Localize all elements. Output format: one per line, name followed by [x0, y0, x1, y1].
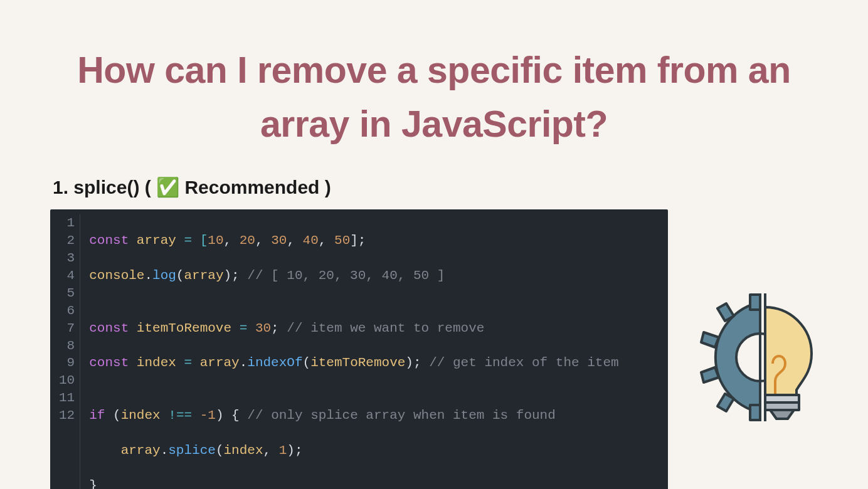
code-line: array.splice(index, 1); — [89, 442, 618, 460]
section-heading: 1. splice() ( ✅ Recommended ) — [50, 176, 818, 198]
code-content: const array = [10, 20, 30, 40, 50]; cons… — [80, 214, 618, 489]
code-line: } — [89, 477, 618, 489]
line-number: 2 — [59, 232, 75, 250]
line-number: 8 — [59, 337, 75, 355]
page-title: How can I remove a specific item from an… — [50, 44, 818, 151]
subhead-prefix: 1. splice() ( — [53, 177, 156, 197]
code-gutter: 1 2 3 4 5 6 7 8 9 10 11 12 — [50, 214, 80, 489]
code-line: const index = array.indexOf(itemToRemove… — [89, 354, 618, 372]
line-number: 12 — [59, 407, 75, 424]
line-number: 4 — [59, 267, 75, 285]
gear-bulb-icon — [692, 288, 830, 426]
code-line: const itemToRemove = 30; // item we want… — [89, 320, 618, 337]
line-number: 5 — [59, 285, 75, 302]
subhead-suffix: Recommended ) — [179, 177, 331, 197]
line-number: 3 — [59, 250, 75, 267]
line-number: 9 — [59, 354, 75, 372]
line-number: 10 — [59, 372, 75, 389]
code-line: const array = [10, 20, 30, 40, 50]; — [89, 232, 618, 250]
check-icon: ✅ — [156, 177, 179, 197]
code-line: if (index !== -1) { // only splice array… — [89, 407, 618, 424]
line-number: 7 — [59, 320, 75, 337]
line-number: 6 — [59, 302, 75, 320]
line-number: 1 — [59, 214, 75, 232]
code-line: console.log(array); // [ 10, 20, 30, 40,… — [89, 267, 618, 285]
line-number: 11 — [59, 389, 75, 407]
code-block: 1 2 3 4 5 6 7 8 9 10 11 12 const array =… — [50, 209, 668, 489]
